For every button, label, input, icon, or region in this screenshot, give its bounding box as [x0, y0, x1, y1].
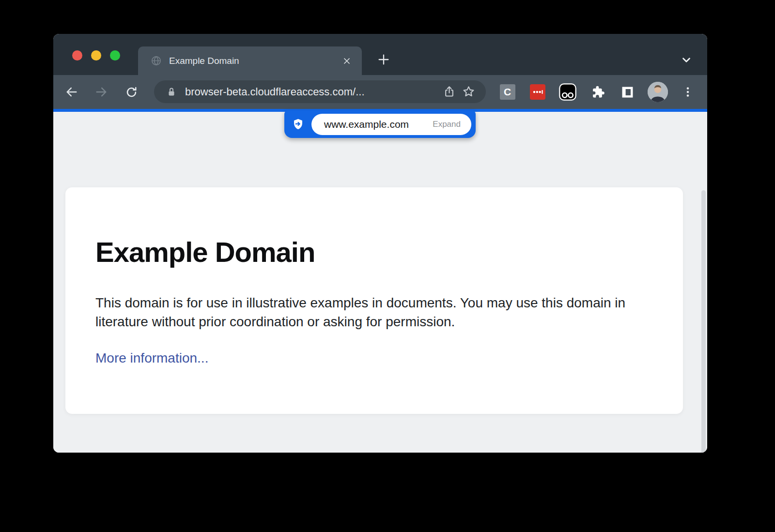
vertical-scrollbar[interactable] [701, 190, 706, 453]
window-minimize-button[interactable] [91, 50, 101, 61]
page-title: Example Domain [95, 236, 653, 268]
browser-window: Example Domain [53, 34, 707, 453]
tab-strip: Example Domain [53, 34, 707, 75]
extension-c-icon[interactable]: C [496, 81, 518, 103]
tab-title: Example Domain [169, 56, 341, 66]
shield-arrow-icon [284, 118, 311, 131]
example-domain-card: Example Domain This domain is for use in… [65, 187, 683, 414]
globe-favicon-icon [151, 55, 162, 66]
forward-button[interactable] [91, 82, 111, 102]
isolated-hostname-pill[interactable]: www.example.com Expand [311, 114, 471, 135]
profile-avatar[interactable] [647, 81, 668, 103]
isolation-banner[interactable]: www.example.com Expand [284, 110, 476, 138]
window-zoom-button[interactable] [110, 50, 120, 61]
lock-icon [166, 86, 177, 98]
extensions-puzzle-icon[interactable] [587, 81, 608, 103]
isolated-hostname: www.example.com [324, 119, 409, 130]
address-bar[interactable]: browser-beta.cloudflareaccess.com/... [154, 80, 486, 103]
back-button[interactable] [62, 82, 82, 102]
bookmark-star-icon[interactable] [459, 82, 478, 102]
extensions-row: C [496, 75, 698, 109]
tab-list-chevron-icon[interactable] [679, 52, 694, 67]
password-manager-extension-icon[interactable] [527, 81, 548, 103]
browser-menu-dots-icon[interactable] [677, 81, 698, 103]
share-icon[interactable] [439, 82, 459, 102]
page-paragraph: This domain is for use in illustrative e… [95, 293, 653, 331]
sidebar-frame-icon[interactable] [617, 81, 638, 103]
reload-button[interactable] [121, 82, 141, 102]
tab-example-domain[interactable]: Example Domain [138, 46, 362, 75]
more-information-link[interactable]: More information... [95, 350, 208, 366]
window-close-button[interactable] [72, 50, 82, 61]
url-text[interactable]: browser-beta.cloudflareaccess.com/... [185, 86, 439, 98]
page-viewport: Example Domain This domain is for use in… [53, 109, 707, 453]
black-circles-extension-icon[interactable] [557, 81, 578, 103]
new-tab-button[interactable] [376, 52, 391, 67]
tab-close-icon[interactable] [341, 55, 353, 67]
expand-button[interactable]: Expand [433, 120, 461, 129]
